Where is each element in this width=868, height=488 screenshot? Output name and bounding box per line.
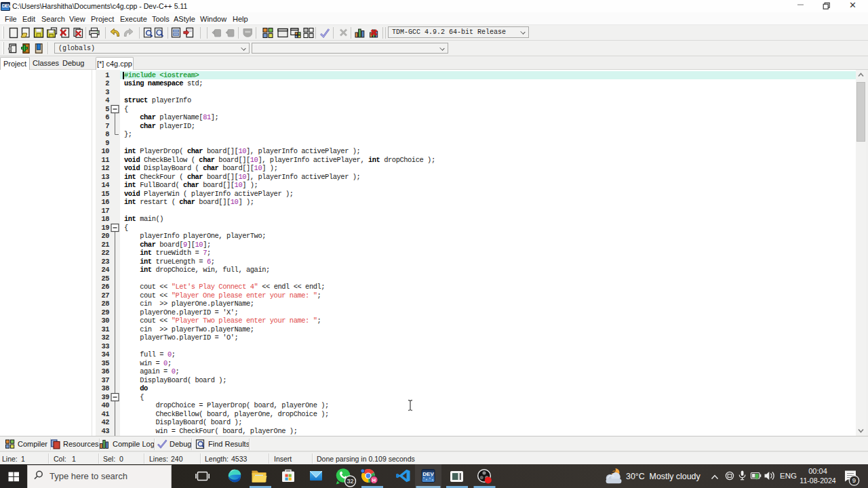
svg-text:H: H — [372, 477, 376, 483]
svg-text:DEV: DEV — [422, 471, 434, 477]
svg-text:32: 32 — [347, 478, 353, 485]
svg-text:9: 9 — [852, 476, 856, 484]
